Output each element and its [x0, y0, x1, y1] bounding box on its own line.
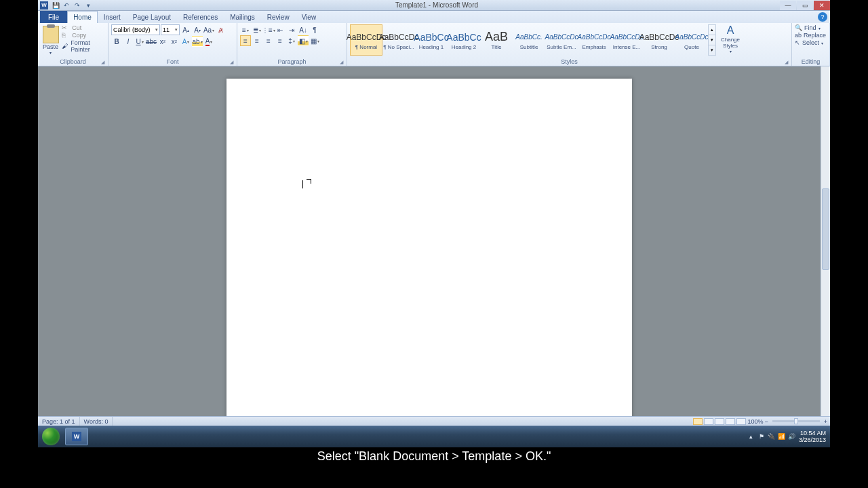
tray-flag-icon[interactable]: ⚑ — [758, 433, 765, 440]
web-layout-view-button[interactable] — [715, 418, 724, 425]
close-button[interactable]: ✕ — [814, 1, 830, 10]
highlight-button[interactable]: ab▾ — [192, 36, 203, 47]
tab-home[interactable]: Home — [67, 11, 98, 23]
paragraph-dialog-launcher[interactable]: ◢ — [340, 60, 345, 65]
cut-button[interactable]: ✂Cut — [62, 24, 105, 31]
zoom-in-button[interactable]: + — [824, 418, 827, 425]
qat-undo-icon[interactable]: ↶ — [62, 1, 71, 10]
style-item[interactable]: AaBbCcHeading 2 — [448, 24, 480, 56]
styles-scroll-down[interactable]: ▾ — [709, 35, 715, 45]
shrink-font-button[interactable]: A▾ — [192, 24, 203, 35]
fullscreen-reading-view-button[interactable] — [704, 418, 713, 425]
document-area[interactable] — [38, 66, 821, 416]
qat-customize-icon[interactable]: ▾ — [83, 1, 93, 10]
styles-dialog-launcher[interactable]: ◢ — [785, 60, 790, 65]
font-dialog-launcher[interactable]: ◢ — [230, 60, 235, 65]
font-color-button[interactable]: A▾ — [203, 36, 214, 47]
vertical-scrollbar[interactable] — [821, 66, 830, 416]
style-item[interactable]: AaBbCc.Subtitle — [513, 24, 545, 56]
outline-view-button[interactable] — [726, 418, 735, 425]
zoom-slider[interactable] — [772, 420, 820, 422]
numbering-button[interactable]: ≣▾ — [252, 24, 262, 35]
bold-button[interactable]: B — [111, 36, 122, 47]
tray-show-hidden-icon[interactable]: ▴ — [748, 433, 755, 440]
justify-button[interactable]: ≡ — [275, 35, 285, 46]
style-preview: AaBbCc. — [515, 30, 542, 44]
styles-scroll-up[interactable]: ▴ — [709, 25, 715, 35]
style-item[interactable]: AaBbCcDcEmphasis — [578, 24, 610, 56]
decrease-indent-button[interactable]: ⇤ — [275, 24, 285, 35]
qat-redo-icon[interactable]: ↷ — [73, 1, 82, 10]
style-item[interactable]: AaBbCcDc¶ Normal — [350, 24, 382, 56]
tab-mailings[interactable]: Mailings — [224, 11, 261, 23]
increase-indent-button[interactable]: ⇥ — [286, 24, 297, 35]
print-layout-view-button[interactable] — [693, 418, 703, 425]
minimize-button[interactable]: — — [780, 1, 796, 10]
style-item[interactable]: AaBbCcHeading 1 — [415, 24, 448, 56]
style-name: Heading 1 — [419, 44, 443, 50]
scrollbar-thumb[interactable] — [822, 188, 829, 270]
document-page[interactable] — [226, 79, 632, 416]
line-spacing-button[interactable]: ‡▾ — [286, 35, 297, 46]
tab-insert[interactable]: Insert — [98, 11, 127, 23]
format-painter-button[interactable]: 🖌Format Painter — [62, 39, 105, 53]
paste-button[interactable]: Paste ▾ — [41, 24, 60, 55]
strikethrough-button[interactable]: abc — [146, 36, 157, 47]
style-item[interactable]: AaBbCcDcStrong — [643, 24, 675, 56]
file-tab[interactable]: File — [40, 11, 67, 23]
text-effects-button[interactable]: A▾ — [180, 36, 191, 47]
find-button[interactable]: 🔍Find▾ — [795, 24, 826, 31]
zoom-level[interactable]: 100% — [747, 418, 763, 425]
zoom-out-button[interactable]: − — [764, 418, 768, 425]
qat-save-icon[interactable]: 💾 — [51, 1, 60, 10]
borders-button[interactable]: ▦▾ — [309, 35, 320, 46]
tab-page-layout[interactable]: Page Layout — [127, 11, 177, 23]
font-size-combo[interactable]: 11▾ — [161, 24, 180, 35]
shading-button[interactable]: ◧▾ — [298, 35, 309, 46]
italic-button[interactable]: I — [123, 36, 134, 47]
draft-view-button[interactable] — [736, 418, 746, 425]
sort-button[interactable]: A↓ — [298, 24, 309, 35]
tray-clock[interactable]: 10:54 AM 3/26/2013 — [799, 430, 826, 443]
page-status[interactable]: Page: 1 of 1 — [38, 417, 80, 426]
copy-button[interactable]: ⎘Copy — [62, 32, 105, 39]
tray-volume-icon[interactable]: 🔊 — [789, 433, 795, 440]
style-item[interactable]: AaBbCcDcQuote — [675, 24, 708, 56]
font-name-combo[interactable]: Calibri (Body)▾ — [111, 24, 160, 35]
underline-button[interactable]: U▾ — [134, 36, 145, 47]
style-item[interactable]: AaBbCcDcIntense E... — [610, 24, 643, 56]
tray-network-icon[interactable]: 📶 — [778, 433, 785, 440]
styles-more-button[interactable]: ▾ — [709, 45, 715, 55]
show-marks-button[interactable]: ¶ — [309, 24, 320, 35]
tab-view[interactable]: View — [296, 11, 323, 23]
change-styles-button[interactable]: A Change Styles ▾ — [717, 24, 743, 54]
align-center-button[interactable]: ≡ — [252, 35, 262, 46]
clear-formatting-button[interactable]: A̷ — [215, 24, 226, 35]
grow-font-button[interactable]: A▴ — [180, 24, 191, 35]
taskbar-word-button[interactable]: W — [65, 428, 88, 445]
select-button[interactable]: ↖Select▾ — [795, 39, 826, 46]
replace-button[interactable]: abReplace — [795, 32, 826, 39]
style-preview: AaB — [485, 30, 508, 44]
tab-review[interactable]: Review — [261, 11, 296, 23]
clipboard-dialog-launcher[interactable]: ◢ — [101, 60, 106, 65]
style-item[interactable]: AaBbCcDcSubtle Em... — [545, 24, 578, 56]
start-button[interactable] — [39, 427, 62, 446]
style-item[interactable]: AaBTitle — [480, 24, 513, 56]
maximize-button[interactable]: ▭ — [797, 1, 813, 10]
subscript-button[interactable]: x2 — [157, 36, 168, 47]
tray-power-icon[interactable]: 🔌 — [768, 433, 775, 440]
superscript-button[interactable]: x2 — [169, 36, 180, 47]
replace-icon: ab — [795, 32, 802, 39]
bullets-button[interactable]: ≡▾ — [240, 24, 251, 35]
style-item[interactable]: AaBbCcDc¶ No Spaci... — [382, 24, 415, 56]
align-left-button[interactable]: ≡ — [240, 35, 251, 46]
multilevel-button[interactable]: ⋮≡▾ — [263, 24, 274, 35]
help-icon[interactable]: ? — [818, 12, 827, 22]
tab-references[interactable]: References — [177, 11, 224, 23]
zoom-slider-knob[interactable] — [794, 418, 798, 424]
word-count[interactable]: Words: 0 — [80, 417, 113, 426]
change-case-button[interactable]: Aa▾ — [203, 24, 214, 35]
styles-gallery[interactable]: AaBbCcDc¶ NormalAaBbCcDc¶ No Spaci...AaB… — [350, 24, 708, 56]
align-right-button[interactable]: ≡ — [263, 35, 274, 46]
